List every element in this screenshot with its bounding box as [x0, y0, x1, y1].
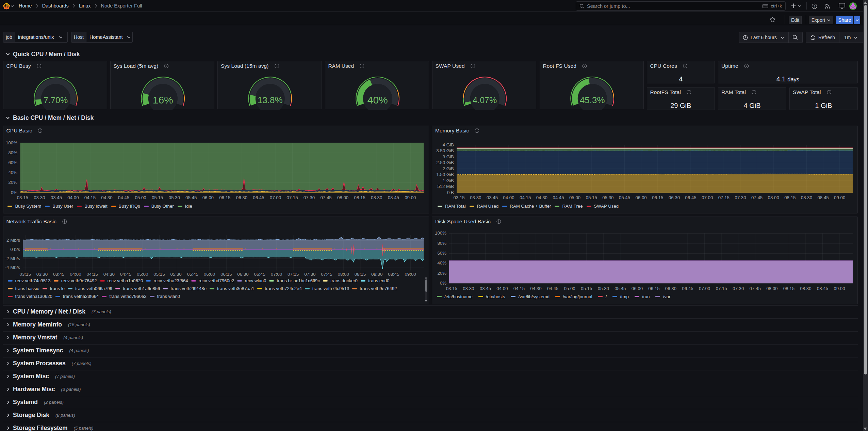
svg-text:7.70%: 7.70% [44, 95, 68, 105]
svg-text:40%: 40% [367, 94, 388, 106]
svg-text:13.8%: 13.8% [258, 95, 283, 105]
svg-text:45.3%: 45.3% [579, 95, 605, 105]
svg-text:?: ? [814, 4, 815, 8]
svg-text:4.07%: 4.07% [473, 95, 497, 105]
svg-text:16%: 16% [152, 94, 173, 106]
